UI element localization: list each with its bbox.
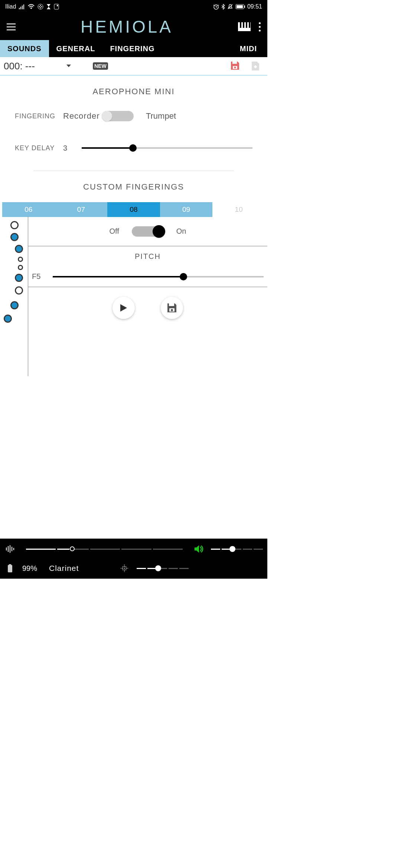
svg-point-7	[41, 6, 42, 7]
svg-rect-34	[8, 565, 12, 572]
on-label: On	[176, 227, 186, 236]
right-slider-2[interactable]	[137, 568, 189, 569]
battery-small-icon	[4, 564, 16, 572]
signal-icon	[19, 4, 25, 9]
svg-rect-18	[240, 22, 241, 28]
fingering-onoff-switch[interactable]	[132, 226, 164, 237]
fingering-switch[interactable]	[102, 111, 134, 121]
dots-icon	[38, 4, 43, 10]
status-left: Iliad	[5, 3, 59, 10]
play-button[interactable]	[113, 297, 135, 319]
pitch-note: F5	[32, 272, 47, 281]
tab-fingering[interactable]: FINGERING	[102, 40, 162, 57]
overflow-icon[interactable]	[259, 22, 261, 32]
main-tabs: SOUNDS GENERAL FINGERING MIDI	[0, 40, 267, 57]
svg-point-5	[38, 4, 43, 9]
svg-point-46	[121, 568, 121, 569]
fingering-tab-10[interactable]: 10	[212, 202, 265, 217]
fingering-actions	[28, 287, 267, 376]
preset-row: 000: --- NEW	[0, 57, 267, 76]
svg-point-43	[125, 569, 126, 570]
right-slider-1[interactable]	[211, 549, 263, 550]
key-delay-slider[interactable]	[82, 147, 252, 149]
speaker-icon[interactable]	[193, 545, 204, 553]
fingering-tab-06[interactable]: 06	[2, 202, 55, 217]
fingering-diagram[interactable]	[0, 217, 28, 376]
wifi-icon	[28, 4, 35, 9]
fingering-onoff-row: Off On	[28, 217, 267, 246]
grid-icon[interactable]	[119, 564, 130, 572]
divider	[33, 171, 234, 171]
fingering-tab-08[interactable]: 08	[107, 202, 160, 217]
svg-point-42	[123, 569, 123, 570]
svg-rect-1	[20, 7, 21, 9]
app-bar: HEMIOLA	[0, 13, 267, 40]
svg-rect-11	[57, 5, 58, 6]
svg-rect-24	[232, 62, 237, 64]
svg-point-23	[234, 67, 236, 69]
svg-point-45	[124, 571, 125, 572]
svg-rect-28	[6, 548, 7, 550]
svg-point-40	[123, 566, 123, 567]
tab-general[interactable]: GENERAL	[49, 40, 103, 57]
svg-point-8	[40, 5, 41, 6]
preset-dropdown-icon[interactable]	[63, 64, 74, 68]
save-fingering-button[interactable]	[161, 297, 183, 319]
volume-row	[4, 542, 263, 556]
aerophone-section: AEROPHONE MINI FINGERING Recorder Trumpe…	[0, 76, 267, 182]
new-badge[interactable]: NEW	[93, 62, 108, 70]
save-icon[interactable]	[230, 61, 240, 70]
svg-rect-32	[13, 548, 14, 550]
off-label: Off	[110, 227, 119, 236]
hourglass-icon	[46, 4, 51, 10]
svg-point-35	[124, 568, 125, 569]
levels-icon[interactable]	[4, 545, 16, 553]
status-bar: Iliad 09:51	[0, 0, 267, 13]
svg-rect-27	[169, 303, 174, 306]
key-delay-row: KEY DELAY 3	[0, 139, 267, 157]
svg-rect-21	[249, 22, 250, 28]
aero-title: AEROPHONE MINI	[0, 87, 267, 96]
fingering-tab-09[interactable]: 09	[160, 202, 213, 217]
fingering-toggle-row: FINGERING Recorder Trumpet	[0, 107, 267, 125]
left-slider[interactable]	[26, 549, 183, 550]
carrier-label: Iliad	[5, 3, 16, 10]
svg-rect-20	[246, 22, 247, 28]
pitch-slider-row: F5	[28, 266, 267, 287]
piano-icon[interactable]	[238, 22, 251, 31]
svg-rect-2	[22, 6, 23, 9]
svg-point-47	[127, 568, 128, 569]
bluetooth-icon	[221, 4, 225, 10]
tab-midi[interactable]: MIDI	[232, 40, 267, 57]
svg-point-44	[124, 565, 125, 565]
svg-rect-3	[23, 4, 24, 9]
fingering-tab-07[interactable]: 07	[55, 202, 108, 217]
new-file-icon[interactable]	[251, 61, 260, 71]
app-title: HEMIOLA	[16, 17, 238, 37]
svg-point-37	[124, 570, 125, 571]
key-delay-value: 3	[63, 144, 82, 152]
fingering-tabs: 06 07 08 09 10	[2, 202, 265, 217]
fingering-body: Off On PITCH F5	[0, 217, 267, 376]
svg-point-41	[125, 566, 126, 567]
battery-pct: 99%	[22, 564, 42, 573]
svg-rect-30	[10, 545, 10, 553]
menu-icon[interactable]	[7, 23, 16, 30]
preset-name[interactable]: 000: ---	[4, 60, 63, 72]
mute-icon	[227, 4, 233, 10]
play-icon	[120, 303, 128, 312]
custom-fingerings-section: CUSTOM FINGERINGS 06 07 08 09 10 Off On …	[0, 182, 267, 376]
pitch-label: PITCH	[28, 246, 267, 266]
svg-rect-19	[243, 22, 244, 28]
svg-rect-29	[8, 546, 9, 552]
pitch-slider[interactable]	[53, 276, 264, 277]
svg-rect-16	[244, 6, 245, 8]
status-right: 09:51	[213, 3, 262, 10]
fingering-label: FINGERING	[15, 112, 63, 120]
svg-rect-15	[237, 5, 243, 8]
svg-point-36	[124, 566, 125, 567]
sim-icon	[54, 4, 59, 10]
svg-point-9	[40, 7, 41, 9]
svg-point-38	[122, 568, 123, 569]
tab-sounds[interactable]: SOUNDS	[0, 40, 49, 57]
